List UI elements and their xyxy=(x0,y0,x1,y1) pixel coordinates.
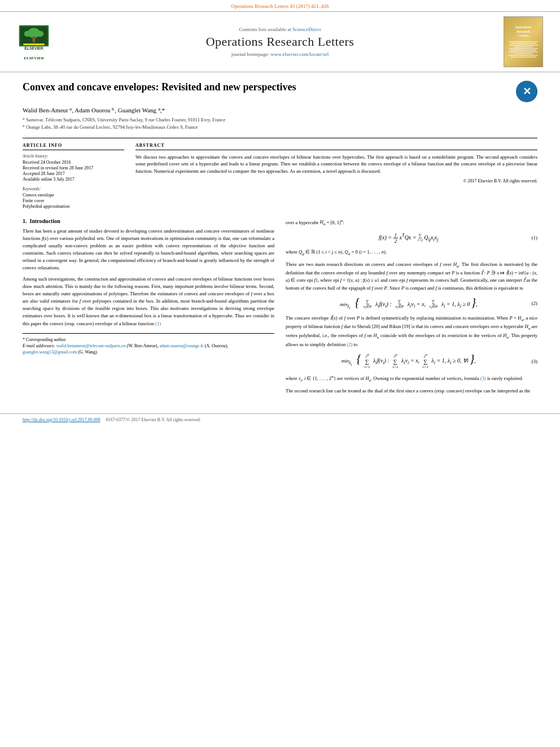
body-columns: 1. Introduction There has been a great a… xyxy=(23,218,537,398)
article-title-section: Convex and concave envelopes: Revisited … xyxy=(23,81,537,102)
svg-point-4 xyxy=(37,30,43,37)
eq1-number: (1) xyxy=(532,235,538,241)
affiliation-b: ᵇ Orange Labs, 38–40 rue du General Lecl… xyxy=(23,124,537,131)
copyright-notice: © 2017 Elsevier B.V. All rights reserved… xyxy=(135,178,537,184)
abstract-section: Abstract We discuss two approaches to ap… xyxy=(135,143,537,209)
keyword-3: Polyhedral approximation xyxy=(23,204,124,209)
equation-1: f(x) = 1 2 xTQx = ∑ i<j Qijxixj (1) xyxy=(286,232,537,244)
footer-bar: http://dx.doi.org/10.1016/j.orl.2017.06.… xyxy=(0,413,560,426)
right-para4: The second research line can be treated … xyxy=(286,387,537,395)
sciencedirect-link[interactable]: ScienceDirect xyxy=(292,27,321,32)
keyword-1: Convex envelope xyxy=(23,193,124,198)
available-date: Available online 5 July 2017 xyxy=(23,177,124,182)
right-column: over a hypercube Hn = [0, 1]n: f(x) = 1 … xyxy=(286,218,537,398)
over-hypercube-text: over a hypercube Hn = [0, 1]n: xyxy=(286,218,537,228)
affiliations: ᵃ Samovar, Télécom Sudparis, CNRS, Unive… xyxy=(23,116,537,131)
right-brace: } xyxy=(471,296,476,308)
section1-para2: Among such investigations, the construct… xyxy=(23,276,274,327)
svg-text:ELSEVIER: ELSEVIER xyxy=(24,46,43,50)
received-date: Received 24 October 2016 xyxy=(23,160,124,165)
crossmark-badge[interactable]: ✕ xyxy=(516,81,537,102)
eq2-number: (2) xyxy=(532,300,538,306)
keywords-label: Keywords: xyxy=(23,186,124,191)
equation-3: minλi { 2n ∑ i=1 λif(vi) : 2n ∑ i=1 λivi… xyxy=(286,353,537,369)
footnote-emails: E-mail addresses: walid.benameur@telecom… xyxy=(23,343,274,355)
issn-text: 0167-6377/© 2017 Elsevier B.V. All right… xyxy=(106,417,200,422)
affiliation-a: ᵃ Samovar, Télécom Sudparis, CNRS, Unive… xyxy=(23,116,537,124)
where-text: where Qij ∈ ℝ (1 ≤ i < j ≤ n), Qii = 0 (… xyxy=(286,248,537,257)
doi-link[interactable]: http://dx.doi.org/10.1016/j.orl.2017.06.… xyxy=(23,417,100,422)
journal-cover-image: OperationsResearchLetters xyxy=(504,16,543,67)
svg-rect-6 xyxy=(23,43,45,45)
abstract-text: We discuss two approaches to approximate… xyxy=(135,154,537,175)
elsevier-logo-svg: ELSEVIER xyxy=(17,24,51,55)
history-label: Article history: xyxy=(23,154,124,159)
footer-links: http://dx.doi.org/10.1016/j.orl.2017.06.… xyxy=(23,417,537,422)
accepted-date: Accepted 28 June 2017 xyxy=(23,171,124,176)
section1-heading: 1. Introduction xyxy=(23,218,274,224)
section1-para1: There has been a great amount of studies… xyxy=(23,228,274,272)
crossmark-icon: ✕ xyxy=(516,81,537,102)
article-info-heading: Article Info xyxy=(23,143,124,150)
right-para1: There are two main research directions o… xyxy=(286,261,537,292)
journal-citation-bar: Operations Research Letters 45 (2017) 42… xyxy=(0,0,560,11)
left-brace: { xyxy=(355,296,360,308)
revised-date: Received in revised form 28 June 2017 xyxy=(23,165,124,171)
right-para2: The concave envelope f̂(x) of f over P i… xyxy=(286,314,537,348)
keywords-section: Keywords: Convex envelope Finite cover P… xyxy=(23,186,124,209)
eq1-content: f(x) = 1 2 xTQx = ∑ i<j Qijxixj xyxy=(286,232,532,244)
journal-center: Contents lists available at ScienceDirec… xyxy=(56,27,504,57)
left-column: 1. Introduction There has been a great a… xyxy=(23,218,274,398)
citation-text: Operations Research Letters 45 (2017) 42… xyxy=(231,3,329,9)
eq2-content: minλi { ∑ vi∈P λif(vi) : ∑ vi∈P λivi = x… xyxy=(286,296,532,310)
homepage-line: journal homepage: www.elsevier.com/locat… xyxy=(68,51,492,57)
cover-title-text: OperationsResearchLetters xyxy=(515,25,532,38)
main-content: Convex and concave envelopes: Revisited … xyxy=(0,72,560,407)
homepage-link[interactable]: www.elsevier.com/locate/orl xyxy=(270,51,329,57)
article-title: Convex and concave envelopes: Revisited … xyxy=(23,81,508,94)
article-info-abstract-section: Article Info Article history: Received 2… xyxy=(23,138,537,209)
fraction-half: 1 2 xyxy=(393,232,399,244)
svg-rect-5 xyxy=(33,36,36,42)
keyword-2: Finite cover xyxy=(23,198,124,203)
eq3-number: (3) xyxy=(532,359,538,364)
abstract-heading: Abstract xyxy=(135,143,537,150)
right-para3: where vi, i ∈ {1, . . . , 2n} are vertic… xyxy=(286,374,537,383)
svg-text:✕: ✕ xyxy=(523,86,531,97)
cover-decorative-lines xyxy=(507,41,540,58)
elsevier-logo: ELSEVIER ELSEVIER xyxy=(11,24,56,60)
svg-point-3 xyxy=(24,30,31,37)
journal-title: Operations Research Letters xyxy=(68,34,492,49)
equation-2: minλi { ∑ vi∈P λif(vi) : ∑ vi∈P λivi = x… xyxy=(286,296,537,310)
footnote-section: * Corresponding author. E-mail addresses… xyxy=(23,333,274,356)
journal-header: ELSEVIER ELSEVIER Contents lists availab… xyxy=(0,11,560,72)
sciencedirect-line: Contents lists available at ScienceDirec… xyxy=(68,27,492,32)
footnote-corresponding: * Corresponding author. xyxy=(23,337,274,343)
authors: Walid Ben-Ameur ᵃ, Adam Ouorou ᵇ, Guangl… xyxy=(23,107,537,114)
article-info-panel: Article Info Article history: Received 2… xyxy=(23,143,124,209)
elsevier-text: ELSEVIER xyxy=(24,56,43,60)
eq3-content: minλi { 2n ∑ i=1 λif(vi) : 2n ∑ i=1 λivi… xyxy=(286,353,532,369)
